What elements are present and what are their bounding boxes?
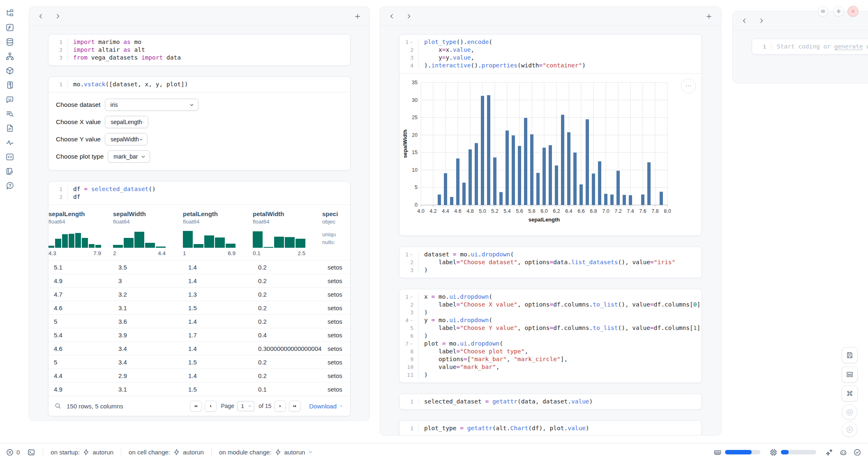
code-line[interactable]: 9 options=["mark_bar", "mark_circle"], [399,355,702,363]
code-block-icon[interactable] [5,152,14,161]
table-row[interactable]: 53.41.50.2setos [48,355,350,369]
code-line[interactable]: 5 label="Choose Y value", options=df.col… [399,324,702,332]
code-line[interactable]: 4).interactive().properties(width="conta… [399,62,702,69]
table-row[interactable]: 5.13.51.40.2setos [48,260,350,274]
logs-search-icon[interactable] [5,109,14,118]
search-icon[interactable] [54,402,62,410]
code-line[interactable]: 1plot_type().encode( [399,38,702,46]
generate-link[interactable]: generate [834,43,863,50]
command-button[interactable] [842,385,858,401]
code-line[interactable]: 1selected_dataset = getattr(data, datase… [399,398,702,406]
download-button[interactable]: Download [309,403,344,410]
cell-empty[interactable]: 1 Start coding or generate with [752,39,868,55]
code-line[interactable]: 1import marimo as mo [48,38,350,46]
code-placeholder[interactable]: Start coding or generate with [771,43,868,51]
help-chat-icon[interactable] [5,181,14,190]
dropdown-select[interactable]: mark_bar [108,150,150,163]
code-line[interactable]: 3from vega_datasets import data [48,54,350,62]
code-line[interactable]: 2 x=x.value, [399,46,702,54]
table-row[interactable]: 4.63.11.50.2setos [48,301,350,314]
last-page-button[interactable] [289,401,301,412]
menu-button[interactable] [818,6,828,16]
chart-actions-button[interactable] [681,78,696,93]
add-cell-icon[interactable] [705,13,713,20]
code-line[interactable]: 2 label="Choose dataset", options=data.l… [399,258,702,266]
code-line[interactable]: 1mo.vstack([dataset, x, y, plot]) [48,81,350,88]
cell-dataset-dropdown[interactable]: 1dataset = mo.ui.dropdown(2 label="Choos… [399,247,702,278]
code-editor[interactable]: 1x = mo.ui.dropdown(2 label="Choose X va… [399,289,702,383]
play-button[interactable] [842,422,857,437]
scroll-icon[interactable] [5,81,14,90]
terminal-icon[interactable] [27,448,35,456]
table-column-header[interactable]: petalLengthfloat6416.9 [183,210,253,256]
code-editor[interactable]: 1plot_type().encode(2 x=x.value,3 y=y.va… [399,35,702,73]
code-editor[interactable]: 1plot_type = getattr(alt.Chart(df), plot… [399,421,702,436]
scroll-left-icon[interactable] [37,13,44,20]
code-line[interactable]: 2 label="Choose X value", options=df.col… [399,301,702,309]
scroll-left-icon[interactable] [741,17,748,24]
prev-page-button[interactable] [205,401,217,412]
snippets-document-icon[interactable] [5,124,14,133]
package-icon[interactable] [5,66,14,75]
run-mode-setting[interactable]: on module change:autorun [219,449,313,456]
code-editor[interactable]: 1selected_dataset = getattr(data, datase… [399,394,702,409]
table-row[interactable]: 4.93.11.50.1setos [48,382,350,396]
dependency-graph-icon[interactable] [5,52,14,61]
code-editor[interactable]: 1dataset = mo.ui.dropdown(2 label="Choos… [399,247,702,278]
dropdown-select[interactable]: sepalWidth [105,133,148,145]
dropdown-select[interactable]: sepalLength [105,116,148,128]
cell-imports[interactable]: 1import marimo as mo2import altair as al… [48,34,351,66]
code-line[interactable]: 3 y=y.value, [399,54,702,62]
table-column-header[interactable]: sepalLengthfloat644.37.9 [48,210,113,256]
stop-button[interactable] [842,404,857,420]
code-line[interactable]: 8 label="Choose plot type", [399,348,702,355]
math-function-icon[interactable] [5,23,14,32]
first-page-button[interactable] [190,401,202,412]
tracing-pulse-icon[interactable] [5,138,14,147]
code-line[interactable]: 1dataset = mo.ui.dropdown( [399,251,702,258]
code-line[interactable]: 1x = mo.ui.dropdown( [399,293,702,301]
close-button[interactable] [847,6,859,17]
page-select[interactable]: 1 [237,401,254,411]
bar-chart[interactable]: 051015202530354.04.24.44.64.85.05.25.45.… [401,78,702,231]
copilot-icon[interactable] [839,448,847,456]
run-mode-setting[interactable]: on startup:autorun [51,449,113,456]
code-line[interactable]: 10 value="mark_bar", [399,363,702,371]
code-line[interactable]: 4y = mo.ui.dropdown( [399,316,702,324]
code-line[interactable]: 7plot = mo.ui.dropdown( [399,340,702,348]
table-row[interactable]: 53.61.40.2setos [48,314,350,328]
scroll-left-icon[interactable] [388,13,395,20]
code-editor[interactable]: 1df = selected_dataset()2df [48,182,350,205]
table-column-header[interactable]: speciobjecuniqunulls: [322,210,350,256]
table-column-header[interactable]: petalWidthfloat640.12.5 [253,210,322,256]
table-row[interactable]: 4.42.91.40.2setos [48,369,350,382]
cell-vstack[interactable]: 1mo.vstack([dataset, x, y, plot]) Choose… [48,76,351,171]
dropdown-select[interactable]: iris [105,99,199,111]
scroll-right-icon[interactable] [54,13,61,20]
save-button[interactable] [842,347,858,363]
errors-icon[interactable] [6,448,14,456]
code-line[interactable]: 6) [399,332,702,340]
code-line[interactable]: 3) [399,266,702,274]
file-tree-icon[interactable] [5,9,14,18]
settings-button[interactable] [833,6,844,16]
code-editor[interactable]: 1import marimo as mo2import altair as al… [48,35,350,65]
scroll-right-icon[interactable] [758,17,765,24]
table-row[interactable]: 4.931.40.2setos [48,274,350,287]
table-row[interactable]: 4.73.21.30.2setos [48,287,350,301]
table-column-header[interactable]: sepalWidthfloat6424.4 [113,210,183,256]
code-editor[interactable]: 1mo.vstack([dataset, x, y, plot]) [48,77,350,92]
cell-xy-plot-dropdowns[interactable]: 1x = mo.ui.dropdown(2 label="Choose X va… [399,289,702,383]
scroll-right-icon[interactable] [405,13,412,20]
code-line[interactable]: 2df [48,193,350,201]
code-line[interactable]: 11) [399,371,702,379]
cell-dataframe[interactable]: 1df = selected_dataset()2df sepalLengthf… [48,181,351,416]
layout-panels-button[interactable] [842,366,858,383]
cell-selected-dataset[interactable]: 1selected_dataset = getattr(data, datase… [399,394,702,410]
check-circle-icon[interactable] [853,448,861,456]
chatbot-icon[interactable] [5,95,14,104]
table-row[interactable]: 4.63.41.40.30000000000000004setos [48,341,350,355]
run-mode-setting[interactable]: on cell change:autorun [129,449,204,456]
cell-plot[interactable]: 1plot_type().encode(2 x=x.value,3 y=y.va… [399,34,702,236]
table-row[interactable]: 5.43.91.70.4setos [48,328,350,341]
